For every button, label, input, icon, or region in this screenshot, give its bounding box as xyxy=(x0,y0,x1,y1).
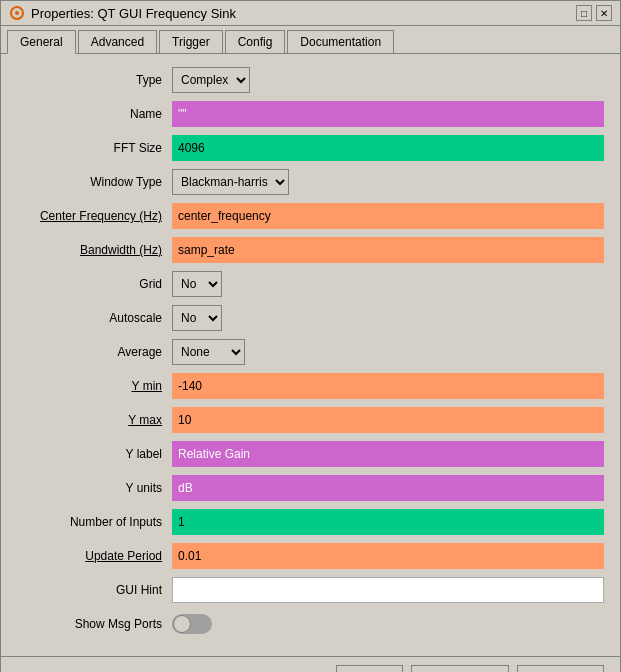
field-show-msg-ports: Show Msg Ports xyxy=(17,610,604,638)
titlebar-left: Properties: QT GUI Frequency Sink xyxy=(9,5,236,21)
window-type-dropdown-wrapper: Blackman-harris Hamming Hann xyxy=(172,169,289,195)
label-center-freq: Center Frequency (Hz) xyxy=(17,209,172,223)
autoscale-select[interactable]: No Yes xyxy=(172,305,222,331)
grid-dropdown-wrapper: No Yes xyxy=(172,271,222,297)
ok-button[interactable]: ✔ OK xyxy=(336,665,403,672)
buttons-row: ✔ OK ✖ Cancelar ✔ Aplicar xyxy=(1,656,620,672)
type-dropdown-wrapper: Complex Float xyxy=(172,67,250,93)
show-msg-ports-toggle[interactable] xyxy=(172,614,212,634)
label-window-type: Window Type xyxy=(17,175,172,189)
tab-trigger[interactable]: Trigger xyxy=(159,30,223,53)
tabs-bar: General Advanced Trigger Config Document… xyxy=(1,26,620,53)
grid-select[interactable]: No Yes xyxy=(172,271,222,297)
ymin-value[interactable]: -140 xyxy=(172,373,604,399)
label-type: Type xyxy=(17,73,172,87)
field-update-period: Update Period 0.01 xyxy=(17,542,604,570)
field-center-freq: Center Frequency (Hz) center_frequency xyxy=(17,202,604,230)
field-yunits: Y units dB xyxy=(17,474,604,502)
label-average: Average xyxy=(17,345,172,359)
field-ylabel: Y label Relative Gain xyxy=(17,440,604,468)
label-show-msg-ports: Show Msg Ports xyxy=(17,617,172,631)
label-ymax: Y max xyxy=(17,413,172,427)
fft-size-value[interactable]: 4096 xyxy=(172,135,604,161)
titlebar-buttons: □ ✕ xyxy=(576,5,612,21)
titlebar: Properties: QT GUI Frequency Sink □ ✕ xyxy=(1,1,620,26)
average-select[interactable]: None Low Medium High xyxy=(172,339,245,365)
window-title: Properties: QT GUI Frequency Sink xyxy=(31,6,236,21)
label-yunits: Y units xyxy=(17,481,172,495)
minimize-button[interactable]: □ xyxy=(576,5,592,21)
field-ymin: Y min -140 xyxy=(17,372,604,400)
close-button[interactable]: ✕ xyxy=(596,5,612,21)
properties-window: Properties: QT GUI Frequency Sink □ ✕ Ge… xyxy=(0,0,621,672)
label-name: Name xyxy=(17,107,172,121)
ylabel-value[interactable]: Relative Gain xyxy=(172,441,604,467)
field-bandwidth: Bandwidth (Hz) samp_rate xyxy=(17,236,604,264)
label-autoscale: Autoscale xyxy=(17,311,172,325)
field-name: Name "" xyxy=(17,100,604,128)
label-update-period: Update Period xyxy=(17,549,172,563)
field-grid: Grid No Yes xyxy=(17,270,604,298)
window-type-select[interactable]: Blackman-harris Hamming Hann xyxy=(172,169,289,195)
average-dropdown-wrapper: None Low Medium High xyxy=(172,339,245,365)
tab-content-general: Type Complex Float Name "" FFT Size 4096… xyxy=(1,53,620,656)
label-fft-size: FFT Size xyxy=(17,141,172,155)
label-grid: Grid xyxy=(17,277,172,291)
field-window-type: Window Type Blackman-harris Hamming Hann xyxy=(17,168,604,196)
label-bandwidth: Bandwidth (Hz) xyxy=(17,243,172,257)
name-value[interactable]: "" xyxy=(172,101,604,127)
update-period-value[interactable]: 0.01 xyxy=(172,543,604,569)
field-average: Average None Low Medium High xyxy=(17,338,604,366)
cancel-button[interactable]: ✖ Cancelar xyxy=(411,665,509,672)
field-fft-size: FFT Size 4096 xyxy=(17,134,604,162)
label-ylabel: Y label xyxy=(17,447,172,461)
tab-general[interactable]: General xyxy=(7,30,76,54)
type-select[interactable]: Complex Float xyxy=(172,67,250,93)
toggle-knob xyxy=(173,615,191,633)
label-num-inputs: Number of Inputs xyxy=(17,515,172,529)
svg-point-1 xyxy=(15,11,19,15)
apply-button[interactable]: ✔ Aplicar xyxy=(517,665,604,672)
gui-hint-value[interactable] xyxy=(172,577,604,603)
field-num-inputs: Number of Inputs 1 xyxy=(17,508,604,536)
toggle-wrapper xyxy=(172,614,212,634)
field-type: Type Complex Float xyxy=(17,66,604,94)
bandwidth-value[interactable]: samp_rate xyxy=(172,237,604,263)
autoscale-dropdown-wrapper: No Yes xyxy=(172,305,222,331)
tab-advanced[interactable]: Advanced xyxy=(78,30,157,53)
center-freq-value[interactable]: center_frequency xyxy=(172,203,604,229)
field-gui-hint: GUI Hint xyxy=(17,576,604,604)
tab-config[interactable]: Config xyxy=(225,30,286,53)
num-inputs-value[interactable]: 1 xyxy=(172,509,604,535)
field-ymax: Y max 10 xyxy=(17,406,604,434)
app-icon xyxy=(9,5,25,21)
tab-documentation[interactable]: Documentation xyxy=(287,30,394,53)
label-ymin: Y min xyxy=(17,379,172,393)
ymax-value[interactable]: 10 xyxy=(172,407,604,433)
field-autoscale: Autoscale No Yes xyxy=(17,304,604,332)
yunits-value[interactable]: dB xyxy=(172,475,604,501)
label-gui-hint: GUI Hint xyxy=(17,583,172,597)
